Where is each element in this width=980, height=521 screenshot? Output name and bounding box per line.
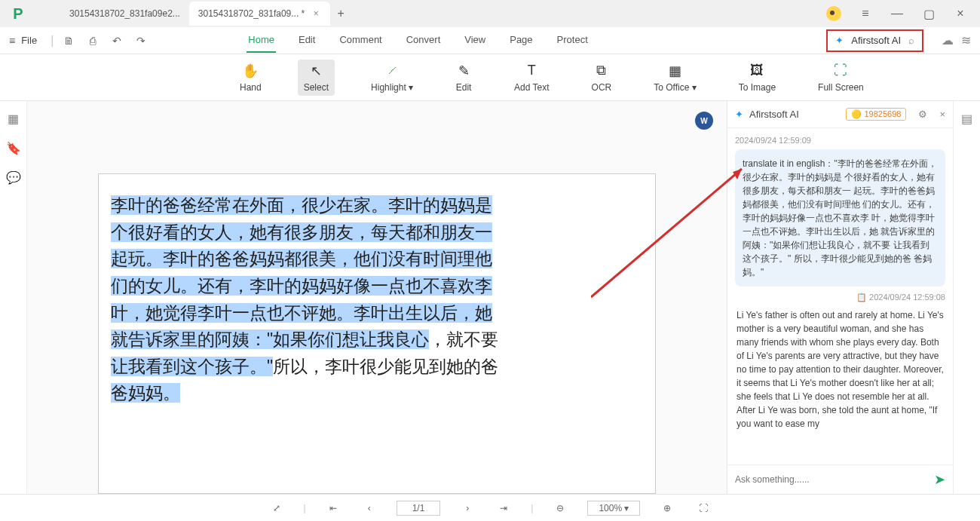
save-icon[interactable]: 🗎 (60, 32, 78, 50)
ai-response: Li Ye's father is often out and rarely a… (735, 308, 945, 431)
print-icon[interactable]: ⎙ (84, 32, 102, 50)
prev-page-icon[interactable]: ‹ (360, 503, 378, 513)
ai-close-icon[interactable]: × (939, 109, 945, 120)
zoom-out-icon[interactable]: ⊖ (551, 503, 569, 513)
hand-tool[interactable]: ✋Hand (234, 60, 268, 96)
minimize-icon[interactable]: — (887, 3, 908, 24)
redo-icon[interactable]: ↷ (132, 32, 150, 50)
sidebar-left: ▦ 🔖 💬 (0, 101, 27, 494)
tab-protect[interactable]: Protect (556, 28, 590, 53)
zoom-in-icon[interactable]: ⊕ (658, 503, 676, 513)
sidebar-right: ▤ (953, 101, 980, 494)
office-icon: ▦ (666, 63, 683, 79)
ai-star-icon: ✦ (735, 109, 743, 120)
fit-page-icon[interactable]: ⤢ (268, 503, 286, 513)
bookmark-icon[interactable]: 🔖 (6, 141, 21, 155)
next-page-icon[interactable]: › (458, 503, 476, 513)
panel-toggle-icon[interactable]: ▤ (961, 112, 972, 126)
ai-input-bar: ➤ (727, 464, 953, 494)
timestamp: 📋 2024/09/24 12:59:08 (735, 293, 945, 302)
ocr-tool[interactable]: ⧉OCR (586, 60, 618, 96)
titlebar: P 30154318702_831fa09e2... 30154318702_8… (0, 0, 980, 27)
file-menu[interactable]: File (21, 35, 37, 46)
settings-icon[interactable]: ≋ (961, 33, 971, 48)
fullscreen-icon: ⛶ (832, 63, 849, 79)
text-icon: T (523, 63, 540, 79)
tab-home[interactable]: Home (247, 28, 276, 53)
tab-page[interactable]: Page (508, 28, 534, 53)
first-page-icon[interactable]: ⇤ (324, 503, 342, 513)
close-window-icon[interactable]: × (950, 3, 971, 24)
ai-input-field[interactable] (735, 474, 934, 485)
tab-2[interactable]: 30154318702_831fa09... *× (189, 2, 330, 26)
menubar: ≡ File | 🗎 ⎙ ↶ ↷ Home Edit Comment Conve… (0, 27, 980, 54)
maximize-icon[interactable]: ▢ (918, 3, 939, 24)
hamburger-icon[interactable]: ≡ (9, 35, 15, 47)
ai-settings-icon[interactable]: ⚙ (918, 109, 927, 120)
word-badge-icon[interactable]: W (695, 112, 713, 130)
edit-tool[interactable]: ✎Edit (449, 60, 478, 96)
zoom-indicator[interactable]: 100% ▾ (587, 501, 640, 516)
toimage-tool[interactable]: 🖼To Image (733, 60, 782, 96)
fit-width-icon[interactable]: ⛶ (694, 503, 712, 513)
tab-1[interactable]: 30154318702_831fa09e2... (60, 2, 189, 26)
fullscreen-tool[interactable]: ⛶Full Screen (812, 60, 870, 96)
tab-view[interactable]: View (463, 28, 487, 53)
comment-panel-icon[interactable]: 💬 (6, 170, 21, 185)
search-icon: ⌕ (908, 35, 914, 46)
thumbnail-icon[interactable]: ▦ (8, 112, 19, 126)
send-icon[interactable]: ➤ (934, 471, 945, 488)
document-area: W 李叶的爸爸经常在外面，很少在家。李叶的妈妈是 个很好看的女人，她有很多朋友，… (27, 101, 727, 494)
tab-convert[interactable]: Convert (405, 28, 443, 53)
cursor-icon: ↖ (308, 63, 324, 79)
new-tab-button[interactable]: + (330, 7, 351, 20)
bird-icon[interactable] (823, 3, 844, 24)
ai-search-box[interactable]: ✦ Afirstsoft AI ⌕ (826, 29, 923, 52)
select-tool[interactable]: ↖Select (298, 60, 335, 96)
menu-icon[interactable]: ≡ (855, 3, 876, 24)
image-icon: 🖼 (749, 63, 765, 79)
ai-panel-title: Afirstsoft AI (749, 109, 799, 120)
user-message: translate it in english："李叶的爸爸经常在外面，很少在家… (735, 149, 945, 287)
app-logo[interactable]: P (6, 0, 30, 27)
ai-panel: ✦ Afirstsoft AI 🟡 19825698 ⚙ × 2024/09/2… (727, 101, 953, 494)
edit-icon: ✎ (455, 63, 472, 79)
hand-icon: ✋ (242, 63, 259, 79)
timestamp: 2024/09/24 12:59:09 (735, 136, 945, 145)
statusbar: ⤢ | ⇤ ‹ 1/1 › ⇥ | ⊖ 100% ▾ ⊕ ⛶ (0, 494, 980, 521)
document-text[interactable]: 李叶的爸爸经常在外面，很少在家。李叶的妈妈是 个很好看的女人，她有很多朋友，每天… (111, 192, 643, 407)
undo-icon[interactable]: ↶ (108, 32, 126, 50)
highlight-tool[interactable]: ⟋Highlight ▾ (365, 60, 419, 96)
page-indicator[interactable]: 1/1 (397, 501, 441, 516)
pdf-page[interactable]: 李叶的爸爸经常在外面，很少在家。李叶的妈妈是 个很好看的女人，她有很多朋友，每天… (98, 173, 656, 494)
ocr-icon: ⧉ (593, 63, 610, 79)
addtext-tool[interactable]: TAdd Text (508, 60, 555, 96)
ai-credit-badge: 🟡 19825698 (846, 108, 906, 121)
cloud-icon[interactable]: ☁ (942, 33, 954, 48)
toolbar: ✋Hand ↖Select ⟋Highlight ▾ ✎Edit TAdd Te… (0, 54, 980, 101)
ai-star-icon: ✦ (835, 35, 844, 46)
last-page-icon[interactable]: ⇥ (495, 503, 513, 513)
tooffice-tool[interactable]: ▦To Office ▾ (648, 60, 702, 96)
tab-edit[interactable]: Edit (297, 28, 317, 53)
highlighter-icon: ⟋ (384, 63, 400, 79)
close-icon[interactable]: × (311, 8, 321, 19)
tab-comment[interactable]: Comment (338, 28, 383, 53)
